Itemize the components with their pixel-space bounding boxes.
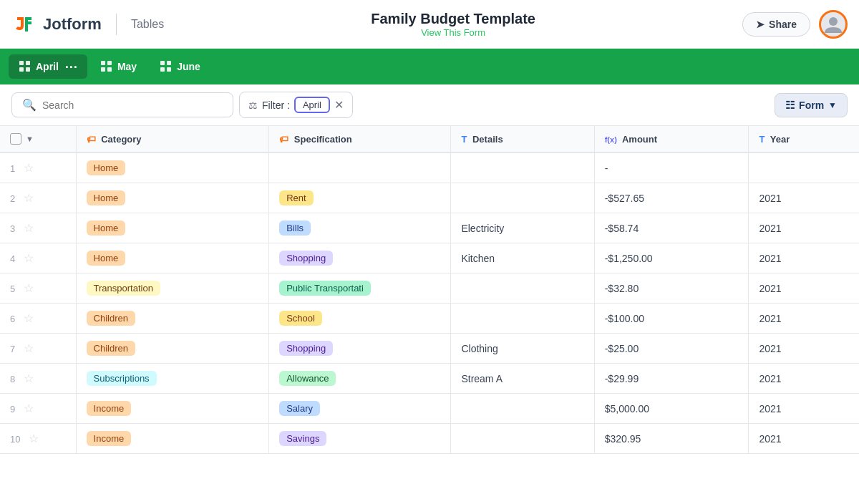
row-check-10[interactable]: 10 ☆ <box>0 424 76 454</box>
toolbar-right: ☷ Form ▼ <box>775 93 848 117</box>
amount-value: -$32.80 <box>605 283 639 294</box>
row-check-6[interactable]: 6 ☆ <box>0 304 76 334</box>
row-spec-10: Savings <box>269 424 451 454</box>
spec-tag[interactable]: Allowance <box>279 371 336 386</box>
star-icon[interactable]: ☆ <box>24 222 34 234</box>
spec-tag[interactable]: Bills <box>279 220 311 236</box>
tab-may[interactable]: May <box>90 56 147 77</box>
row-category-5: Transportation <box>76 273 269 304</box>
svg-rect-2 <box>19 61 24 65</box>
row-check-4[interactable]: 4 ☆ <box>0 243 76 273</box>
amount-value: -$527.65 <box>605 193 644 204</box>
col-header-category[interactable]: 🏷 Category <box>76 126 269 152</box>
filter-close-button[interactable]: ✕ <box>334 98 344 112</box>
star-icon[interactable]: ☆ <box>24 342 34 354</box>
tables-label: Tables <box>131 18 164 31</box>
svg-rect-8 <box>101 67 105 72</box>
row-amount-6: -$100.00 <box>594 304 749 334</box>
row-category-10: Income <box>76 424 269 454</box>
category-tag[interactable]: Home <box>87 190 126 205</box>
category-tag[interactable]: Transportation <box>87 281 160 296</box>
table-row: 9 ☆ Income Salary $5,000.00 2021 <box>0 394 859 424</box>
svg-rect-4 <box>19 67 24 72</box>
row-year-8: 2021 <box>749 364 859 394</box>
row-check-5[interactable]: 5 ☆ <box>0 273 76 304</box>
row-details-7: Clothing <box>451 334 594 364</box>
star-icon[interactable]: ☆ <box>24 282 34 294</box>
star-icon[interactable]: ☆ <box>24 192 34 204</box>
svg-rect-11 <box>167 61 171 65</box>
category-tag[interactable]: Home <box>87 160 126 175</box>
star-icon[interactable]: ☆ <box>24 162 34 174</box>
star-icon[interactable]: ☆ <box>24 372 34 384</box>
category-tag[interactable]: Children <box>87 341 135 356</box>
tab-april-menu[interactable]: ⋯ <box>64 59 77 74</box>
row-spec-6: School <box>269 304 451 334</box>
star-icon[interactable]: ☆ <box>29 432 39 445</box>
category-tag[interactable]: Home <box>87 220 126 236</box>
row-year-1 <box>749 152 859 183</box>
row-check-2[interactable]: 2 ☆ <box>0 183 76 213</box>
col-header-amount[interactable]: f(x) Amount <box>594 126 749 152</box>
search-box[interactable]: 🔍 <box>11 92 233 117</box>
filter-area[interactable]: ⚖ Filter : April ✕ <box>239 92 353 118</box>
filter-chip[interactable]: April <box>294 97 330 113</box>
row-year-2: 2021 <box>749 183 859 213</box>
form-button[interactable]: ☷ Form ▼ <box>775 93 848 117</box>
table-row: 4 ☆ Home Shopping Kitchen -$1,250.00 202… <box>0 243 859 273</box>
form-label: Form <box>799 100 824 111</box>
category-tag[interactable]: Home <box>87 251 126 266</box>
tab-april[interactable]: April ⋯ <box>9 54 87 79</box>
star-icon[interactable]: ☆ <box>24 402 34 415</box>
row-check-7[interactable]: 7 ☆ <box>0 334 76 364</box>
row-number: 5 <box>10 284 15 294</box>
row-check-3[interactable]: 3 ☆ <box>0 213 76 243</box>
spec-tag[interactable]: Salary <box>279 401 320 416</box>
spec-tag[interactable]: School <box>279 311 322 326</box>
spec-tag[interactable]: Shopping <box>279 251 333 266</box>
row-details-3: Electricity <box>451 213 594 243</box>
view-form-link[interactable]: View This Form <box>371 27 535 38</box>
tab-june[interactable]: June <box>150 56 210 77</box>
svg-rect-0 <box>11 11 37 37</box>
share-button[interactable]: ➤ Share <box>742 12 810 37</box>
header-left: Jotform Tables <box>11 11 164 37</box>
col-header-year[interactable]: T Year <box>749 126 859 152</box>
star-icon[interactable]: ☆ <box>24 252 34 264</box>
category-tag[interactable]: Children <box>87 311 135 326</box>
year-value: 2021 <box>759 373 781 384</box>
year-value: 2021 <box>759 313 781 324</box>
year-value: 2021 <box>759 223 781 234</box>
grid-icon-may <box>100 60 113 73</box>
svg-rect-13 <box>167 67 171 72</box>
search-icon: 🔍 <box>22 98 37 112</box>
row-check-8[interactable]: 8 ☆ <box>0 364 76 394</box>
row-spec-1 <box>269 152 451 183</box>
category-tag[interactable]: Income <box>87 401 132 416</box>
category-tag[interactable]: Subscriptions <box>87 371 157 386</box>
category-tag[interactable]: Income <box>87 431 132 446</box>
spec-tag[interactable]: Shopping <box>279 341 333 356</box>
header-checkbox[interactable] <box>10 133 21 145</box>
row-category-1: Home <box>76 152 269 183</box>
spec-tag[interactable]: Savings <box>279 431 326 446</box>
row-check-9[interactable]: 9 ☆ <box>0 394 76 424</box>
search-input[interactable] <box>42 100 223 111</box>
share-label: Share <box>769 19 797 30</box>
col-checkbox[interactable]: ▼ <box>0 126 76 152</box>
col-header-specification[interactable]: 🏷 Specification <box>269 126 451 152</box>
row-number: 1 <box>10 163 15 174</box>
row-details-10 <box>451 424 594 454</box>
logo-area: Jotform <box>11 11 102 37</box>
spec-tag[interactable]: Public Transportati <box>279 281 371 296</box>
chevron-down-header-icon[interactable]: ▼ <box>26 135 34 143</box>
col-header-details[interactable]: T Details <box>451 126 594 152</box>
row-amount-1: - <box>594 152 749 183</box>
spec-tag[interactable]: Rent <box>279 190 313 205</box>
logo-text: Jotform <box>43 15 102 34</box>
row-check-1[interactable]: 1 ☆ <box>0 152 76 183</box>
row-details-5 <box>451 273 594 304</box>
star-icon[interactable]: ☆ <box>24 312 34 324</box>
row-number: 8 <box>10 374 15 384</box>
tag-icon-category: 🏷 <box>87 134 96 145</box>
